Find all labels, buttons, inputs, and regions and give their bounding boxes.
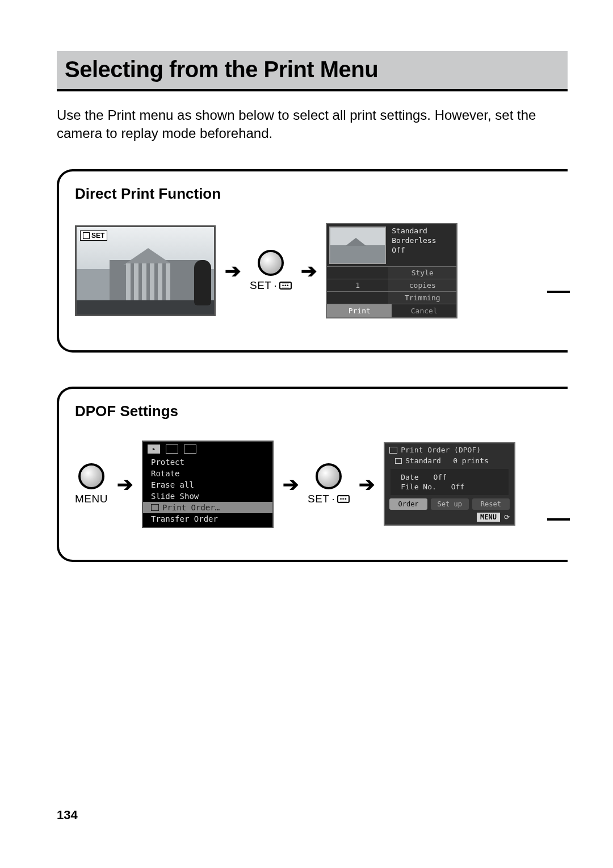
set-overlay-tag: SET (80, 230, 107, 241)
date-label: Date (401, 473, 418, 481)
opt-off: Off (392, 246, 453, 254)
direct-print-panel: Direct Print Function SET ➔ SET· ➔ Stand… (57, 169, 568, 353)
order-btn: Order (389, 498, 427, 510)
menu-item-transfer: Transfer Order (143, 513, 272, 525)
menu-button-label: MENU (75, 493, 108, 505)
set-button-label: SET· (308, 493, 350, 505)
order-header: Print Order (DPOF) (385, 443, 514, 455)
camera-photo-preview: SET (75, 225, 216, 316)
set-display-icon (279, 282, 292, 290)
row-trimming: Trimming (388, 292, 456, 304)
menu-button-group: MENU (75, 463, 108, 505)
menu-item-print-order: Print Order… (143, 502, 272, 513)
arrow-icon: ➔ (301, 259, 317, 282)
play-tab-icon: ▸ (148, 445, 160, 454)
cancel-action: Cancel (392, 304, 456, 317)
set-button-label: SET· (250, 279, 292, 292)
lcd-options: Standard Borderless Off (388, 224, 456, 255)
menu-item-slide: Slide Show (143, 490, 272, 502)
fileno-value: Off (451, 483, 464, 491)
panel-heading: DPOF Settings (75, 402, 568, 420)
direct-print-flow: SET ➔ SET· ➔ Standard Borderless Off Sty… (75, 223, 568, 318)
copies-value: 1 (327, 279, 388, 291)
arrow-icon: ➔ (359, 473, 375, 496)
opt-borderless: Borderless (392, 236, 453, 245)
section-title: Selecting from the Print Menu (65, 57, 560, 82)
set-button-group: SET· (308, 463, 350, 505)
arrow-icon: ➔ (283, 473, 299, 496)
row-style: Style (388, 267, 456, 279)
section-title-bar: Selecting from the Print Menu (57, 51, 568, 91)
print-action: Print (327, 304, 392, 317)
print-order-screen: Print Order (DPOF) Standard0 prints Date… (384, 442, 515, 526)
lcd-thumbnail (329, 227, 386, 264)
menu-item-protect: Protect (143, 456, 272, 468)
order-standard-line: Standard0 prints (385, 455, 514, 466)
dpof-settings-panel: DPOF Settings MENU ➔ ▸ Protect Rotate Er… (57, 387, 568, 562)
menu-item-rotate: Rotate (143, 468, 272, 479)
set-display-icon (337, 495, 350, 503)
fileno-label: File No. (401, 483, 436, 491)
panel-heading: Direct Print Function (75, 185, 568, 203)
setup-btn: Set up (431, 498, 469, 510)
reset-btn: Reset (472, 498, 510, 510)
set-button[interactable] (316, 463, 342, 489)
opt-standard: Standard (392, 227, 453, 235)
arrow-icon: ➔ (117, 473, 133, 496)
order-options-box: DateOff File No.Off (391, 469, 509, 495)
continuation-mark (547, 291, 570, 293)
menu-item-erase: Erase all (143, 479, 272, 490)
menu-button[interactable] (78, 463, 104, 489)
dpof-flow: MENU ➔ ▸ Protect Rotate Erase all Slide … (75, 441, 568, 528)
my-tab-icon (184, 445, 196, 454)
set-button-group: SET· (250, 250, 292, 292)
order-buttons: Order Set up Reset (385, 498, 514, 512)
intro-text: Use the Print menu as shown below to sel… (57, 106, 556, 143)
menu-list: Protect Rotate Erase all Slide Show Prin… (143, 455, 272, 527)
continuation-mark (547, 518, 570, 521)
menu-tabs: ▸ (143, 442, 272, 455)
print-settings-screen: Standard Borderless Off Style 1copies Tr… (326, 223, 457, 318)
date-value: Off (434, 473, 447, 481)
setup-tab-icon (166, 445, 178, 454)
playback-menu-screen: ▸ Protect Rotate Erase all Slide Show Pr… (142, 441, 274, 528)
menu-return: MENU ⟳ (385, 512, 514, 525)
set-button[interactable] (258, 250, 284, 276)
page-number: 134 (57, 808, 78, 823)
arrow-icon: ➔ (225, 259, 241, 282)
row-copies: copies (388, 279, 456, 291)
doc-icon (395, 458, 402, 464)
manual-page: Selecting from the Print Menu Use the Pr… (0, 0, 613, 868)
